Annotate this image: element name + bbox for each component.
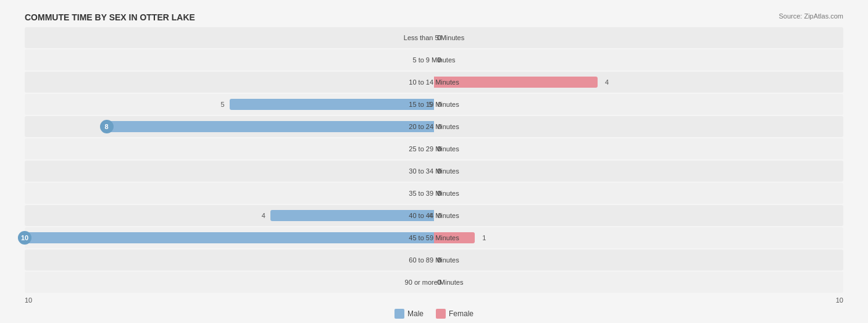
axis-right-label: 10 [836,296,843,304]
female-value-zero: 0 [438,101,441,108]
right-side: 4 [434,72,843,93]
left-side: 0 [25,161,434,182]
female-value-zero: 0 [438,256,441,264]
left-side: 10 [25,227,434,248]
bar-male: 10 [25,232,434,243]
right-side: 0 [434,138,843,159]
left-side: 0 [25,49,434,70]
bar-female: 4 [434,77,598,88]
male-outside-value: 4 [262,212,265,219]
left-side: 0 [25,72,434,93]
chart-container: COMMUTE TIME BY SEX IN OTTER LAKE Source… [12,6,856,323]
male-circle-value: 8 [100,120,114,133]
right-side: 0 [434,161,843,182]
male-value: 4 [428,212,432,219]
center-line [434,27,435,293]
rows-wrapper: 0 Less than 5 Minutes 0 0 [25,27,843,293]
right-side: 0 [434,183,843,204]
right-side: 0 [434,94,843,115]
female-value-zero: 0 [438,34,441,41]
left-side: 8 [25,116,434,137]
left-side: 0 [25,138,434,159]
female-value-zero: 0 [438,145,441,153]
female-swatch [436,309,446,319]
left-side: 0 [25,272,434,293]
legend: Male Female [25,309,843,319]
legend-female-label: Female [449,309,474,318]
bar-female: 1 [434,232,475,243]
female-value: 1 [482,234,486,241]
axis-left-label: 10 [25,296,32,304]
bar-male: 4 4 [270,210,434,221]
bar-male: 8 [107,121,434,132]
female-value: 4 [605,78,609,86]
legend-male: Male [394,309,424,319]
legend-male-label: Male [407,309,424,318]
female-value-zero: 0 [438,123,441,130]
male-outside-value: 5 [221,101,225,108]
female-value-zero: 0 [438,167,441,175]
chart-header: COMMUTE TIME BY SEX IN OTTER LAKE Source… [25,12,843,22]
female-value-zero: 0 [438,279,441,286]
chart-title: COMMUTE TIME BY SEX IN OTTER LAKE [25,12,195,22]
right-side: 1 [434,227,843,248]
right-side: 0 [434,49,843,70]
female-value-zero: 0 [438,212,441,219]
male-circle-value: 10 [18,231,31,245]
female-value-zero: 0 [438,56,441,64]
female-value-zero: 0 [438,190,441,197]
male-swatch [394,309,404,319]
left-side: 0 [25,27,434,48]
left-side: 0 [25,183,434,204]
right-side: 0 [434,205,843,226]
right-side: 0 [434,250,843,271]
right-side: 0 [434,272,843,293]
right-side: 0 [434,27,843,48]
left-side: 4 4 [25,205,434,226]
bar-male: 5 5 [230,99,435,110]
left-side: 0 [25,250,434,271]
chart-source: Source: ZipAtlas.com [778,12,843,20]
right-side: 0 [434,116,843,137]
male-value: 5 [428,101,432,108]
left-side: 5 5 [25,94,434,115]
legend-female: Female [436,309,474,319]
axis-bottom: 10 10 [25,296,843,304]
